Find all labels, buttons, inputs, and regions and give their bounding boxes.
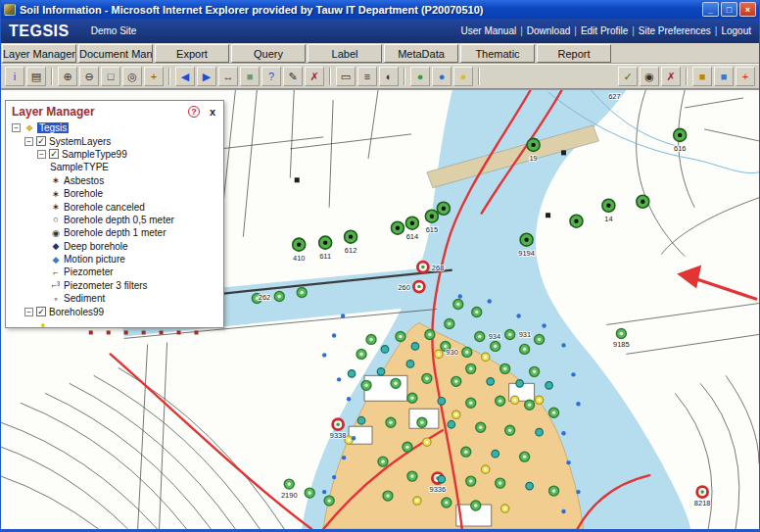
layer-tree-item-piezometer[interactable]: ⌐Piezometer <box>8 266 221 278</box>
map-marker-t[interactable] <box>526 482 534 490</box>
layer-tree-item-tegsis[interactable]: −❖Tegsis <box>8 121 221 134</box>
tab-label[interactable]: Label <box>308 44 382 63</box>
header-link-site-preferences[interactable]: Site Preferences <box>639 25 711 36</box>
map-marker-t[interactable] <box>492 450 499 458</box>
checkbox-checked[interactable]: ✓ <box>36 307 46 316</box>
map-marker-b[interactable] <box>322 490 326 494</box>
tab-layer-manager[interactable]: Layer Manager <box>2 44 76 63</box>
map-marker-b[interactable] <box>488 299 492 303</box>
expander-icon[interactable]: − <box>12 123 21 132</box>
marker-style-yellow-icon[interactable]: ● <box>453 67 473 86</box>
checkbox-checked[interactable]: ✓ <box>36 136 46 146</box>
map-marker-t[interactable] <box>381 346 389 354</box>
select-features-icon[interactable]: ■ <box>240 67 260 86</box>
map-marker-t[interactable] <box>487 378 495 386</box>
map-marker-t[interactable] <box>438 475 446 483</box>
piezometer-marker[interactable] <box>124 330 128 334</box>
vehicle-tool-icon[interactable]: ■ <box>692 67 712 86</box>
layer-tree-item-borehole-depth-0-5-meter[interactable]: ○Borehole depth 0,5 meter <box>8 214 221 226</box>
map-marker-b[interactable] <box>576 402 580 406</box>
building-marker[interactable] <box>295 177 300 182</box>
map-marker-b[interactable] <box>576 490 580 494</box>
expander-icon[interactable]: − <box>37 150 46 159</box>
map-marker-b[interactable] <box>352 436 356 440</box>
info-icon[interactable]: i <box>5 67 24 86</box>
tab-export[interactable]: Export <box>155 44 229 63</box>
header-link-logout[interactable]: Logout <box>721 25 751 36</box>
identify-icon[interactable]: ? <box>261 67 281 86</box>
header-link-download[interactable]: Download <box>527 25 570 36</box>
map-marker-t[interactable] <box>546 382 553 390</box>
tab-query[interactable]: Query <box>231 44 306 63</box>
piezometer-marker[interactable] <box>177 330 181 334</box>
full-extent-icon[interactable]: ◎ <box>122 67 142 86</box>
map-marker-b[interactable] <box>561 509 565 513</box>
map-marker-b[interactable] <box>347 397 351 401</box>
tab-report[interactable]: Report <box>537 44 611 63</box>
piezometer-marker[interactable] <box>160 330 164 334</box>
map-marker-b[interactable] <box>542 323 546 327</box>
map-marker-b[interactable] <box>458 294 462 298</box>
building-marker[interactable] <box>561 150 566 155</box>
tab-document-manager[interactable]: Document Manager <box>78 44 153 63</box>
previous-extent-icon[interactable]: ◀ <box>175 67 195 86</box>
edit-icon[interactable]: ✎ <box>283 67 303 86</box>
next-extent-icon[interactable]: ▶ <box>197 67 216 86</box>
accept-icon[interactable]: ✓ <box>618 67 638 86</box>
marker-style-green-icon[interactable]: ● <box>410 67 430 86</box>
layer-tree-item[interactable]: ● <box>8 318 221 328</box>
minimize-button[interactable]: _ <box>702 2 719 17</box>
piezometer-marker[interactable] <box>89 330 93 334</box>
delete-icon[interactable]: ✗ <box>305 67 324 86</box>
vehicle-tool-alt-icon[interactable]: ■ <box>714 67 734 86</box>
map-marker-b[interactable] <box>341 314 345 317</box>
zoom-window-icon[interactable]: □ <box>101 67 120 86</box>
layer-tree-item-boreholes99[interactable]: −✓Boreholes99 <box>8 305 221 317</box>
map-marker-t[interactable] <box>406 361 414 368</box>
map-marker-b[interactable] <box>566 460 570 464</box>
layer-tree-item-motion-picture[interactable]: ◆Motion picture <box>8 253 221 266</box>
map-marker-b[interactable] <box>571 372 575 376</box>
marker-style-blue-icon[interactable]: ● <box>432 67 451 86</box>
copy-map-icon[interactable]: ▭ <box>336 67 356 86</box>
map-marker-t[interactable] <box>516 380 524 388</box>
map-marker-t[interactable] <box>348 370 356 378</box>
header-link-edit-profile[interactable]: Edit Profile <box>581 25 628 36</box>
layer-tree-item-deep-borehole[interactable]: ◆Deep borehole <box>8 240 221 253</box>
layer-tree-item-sampletype[interactable]: SampleTYPE <box>8 161 221 173</box>
close-icon[interactable]: x <box>210 106 215 118</box>
map-marker-b[interactable] <box>516 314 520 317</box>
layer-tree-item-sediment[interactable]: ∘Sediment <box>8 292 221 305</box>
locate-icon[interactable]: ◉ <box>640 67 659 86</box>
map-marker-b[interactable] <box>337 377 341 381</box>
map-marker-b[interactable] <box>332 333 336 337</box>
tab-metadata[interactable]: MetaData <box>384 44 458 63</box>
transparency-icon[interactable]: ◐ <box>379 67 399 86</box>
piezometer-marker[interactable] <box>194 330 198 334</box>
measure-icon[interactable]: ↔ <box>218 67 238 86</box>
expander-icon[interactable]: − <box>24 137 33 146</box>
help-icon[interactable]: ? <box>188 106 200 118</box>
map-marker-b[interactable] <box>342 456 346 459</box>
map-marker-b[interactable] <box>332 475 336 479</box>
map-marker-t[interactable] <box>411 343 419 351</box>
clear-selection-icon[interactable]: ✗ <box>661 67 681 86</box>
layers-list-icon[interactable]: ≡ <box>357 67 377 86</box>
piezometer-marker[interactable] <box>142 330 146 334</box>
layer-tree-item-sampletype99[interactable]: −✓SampleType99 <box>8 148 221 161</box>
layer-tree-item-piezometer-3-filters[interactable]: ⌐³Piezometer 3 filters <box>8 279 221 292</box>
expander-icon[interactable]: − <box>24 308 33 316</box>
map-marker-t[interactable] <box>357 416 365 424</box>
layer-tree-item-borehole-canceled[interactable]: ∗Borehole canceled <box>8 200 221 213</box>
map-marker-t[interactable] <box>448 420 455 428</box>
layer-tree-item-asbestos[interactable]: ∗Asbestos <box>8 174 221 187</box>
building-marker[interactable] <box>546 213 550 218</box>
zoom-in-icon[interactable]: ⊕ <box>58 67 77 86</box>
layer-tree-item-systemlayers[interactable]: −✓SystemLayers <box>8 134 221 147</box>
header-link-user-manual[interactable]: User Manual <box>460 25 516 36</box>
add-feature-icon[interactable]: + <box>736 67 755 86</box>
tab-thematic[interactable]: Thematic <box>460 44 535 63</box>
maximize-button[interactable]: □ <box>721 2 737 17</box>
layer-tree-item-borehole[interactable]: ∗Borehole <box>8 187 221 200</box>
print-icon[interactable]: ▤ <box>26 67 46 86</box>
